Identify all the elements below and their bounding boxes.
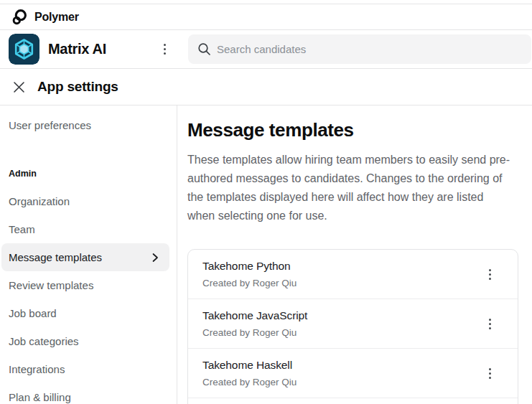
settings-content: Message templates These templates allow … [177, 105, 532, 404]
template-meta: Created by Roger Qiu [202, 277, 297, 289]
close-button[interactable] [10, 78, 27, 95]
template-meta: Created by Roger Qiu [202, 327, 307, 339]
sidebar-item-label: Review templates [9, 279, 93, 291]
kebab-icon [164, 44, 166, 46]
settings-title: App settings [37, 79, 118, 95]
sidebar-item-job-categories[interactable]: Job categories [1, 327, 169, 355]
sidebar-item-review-templates[interactable]: Review templates [1, 271, 169, 299]
template-name: Takehome Python [202, 259, 297, 273]
page-title: Message templates [187, 118, 518, 141]
sidebar-item-job-board[interactable]: Job board [1, 299, 169, 327]
polymer-header: Polymer [0, 4, 532, 30]
sidebar-item-label: Job categories [9, 335, 79, 347]
sidebar-item-label: Message templates [9, 251, 102, 263]
template-menu-button[interactable] [483, 363, 496, 383]
search-input[interactable] [188, 34, 531, 64]
template-name: Takehome Haskell [202, 358, 297, 372]
workspace-bar: Matrix AI [0, 30, 532, 69]
template-row[interactable]: Takehome Haskell Created by Roger Qiu [188, 348, 518, 398]
template-name: Takehome JavaScript [202, 309, 307, 323]
workspace-name: Matrix AI [48, 41, 106, 57]
app-settings-screen: Polymer Matrix AI [0, 0, 532, 404]
template-row-partial [188, 398, 518, 404]
search-wrap [188, 34, 531, 64]
sidebar-item-integrations[interactable]: Integrations [1, 355, 169, 383]
settings-sidebar: User preferences Admin Organization Team… [0, 105, 177, 404]
chevron-right-icon [149, 252, 161, 263]
template-menu-button[interactable] [483, 264, 496, 284]
settings-header: App settings [0, 69, 532, 105]
sidebar-item-organization[interactable]: Organization [1, 187, 169, 215]
sidebar-item-label: Integrations [9, 363, 65, 375]
polymer-logo-icon [11, 8, 27, 26]
app-name: Polymer [34, 11, 79, 24]
template-meta: Created by Roger Qiu [202, 376, 297, 388]
kebab-icon [489, 368, 491, 370]
page-description: These templates allow hiring team member… [187, 151, 512, 225]
sidebar-item-label: Job board [9, 307, 57, 319]
sidebar-item-user-preferences[interactable]: User preferences [1, 111, 169, 139]
workspace-menu-button[interactable] [158, 39, 171, 60]
close-icon [13, 81, 25, 93]
sidebar-item-label: User preferences [9, 119, 91, 131]
kebab-icon [489, 319, 491, 321]
workspace-identity: Matrix AI [9, 34, 179, 65]
sidebar-item-message-templates[interactable]: Message templates [1, 243, 169, 271]
kebab-icon [489, 269, 491, 271]
sidebar-item-plan-billing[interactable]: Plan & billing [1, 383, 169, 404]
template-row[interactable]: Takehome Python Created by Roger Qiu [188, 250, 518, 299]
template-menu-button[interactable] [483, 314, 496, 334]
sidebar-item-team[interactable]: Team [1, 215, 169, 243]
sidebar-item-label: Organization [9, 195, 70, 207]
sidebar-item-label: Team [9, 223, 35, 235]
sidebar-admin-list: Organization Team Message templates Revi… [1, 187, 169, 404]
workspace-avatar-icon [9, 34, 39, 65]
template-list: Takehome Python Created by Roger Qiu Tak… [187, 249, 518, 404]
template-row[interactable]: Takehome JavaScript Created by Roger Qiu [188, 299, 518, 348]
sidebar-section-admin: Admin [1, 169, 169, 179]
sidebar-item-label: Plan & billing [9, 391, 71, 403]
settings-body: User preferences Admin Organization Team… [0, 105, 532, 404]
